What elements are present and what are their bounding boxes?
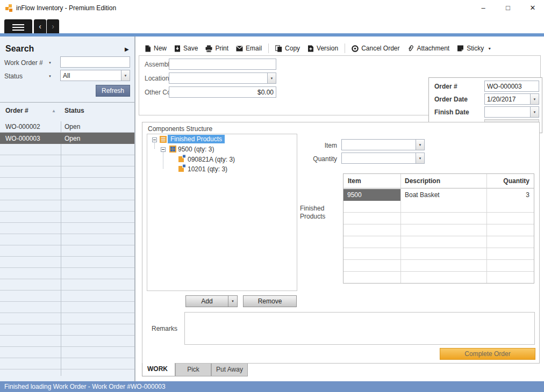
tree-connector	[163, 151, 163, 169]
work-order-number-filter-input[interactable]	[60, 56, 130, 68]
tab-work[interactable]: WORK	[142, 363, 175, 376]
list-header-order[interactable]: Order #	[5, 107, 28, 114]
column-header-description[interactable]: Description	[400, 177, 486, 185]
tree-node-finished-products[interactable]: Finished Products	[168, 135, 225, 143]
remarks-textarea[interactable]	[184, 312, 535, 345]
filter-caret-icon[interactable]: ▼	[48, 61, 52, 64]
order-number-cell: WO-000003	[0, 135, 61, 142]
component-item-icon	[178, 155, 186, 162]
tab-pick[interactable]: Pick	[175, 364, 211, 376]
collapse-panel-icon[interactable]: ▶	[125, 46, 129, 52]
save-icon	[174, 45, 181, 52]
version-button[interactable]: Version	[304, 43, 342, 54]
forward-button[interactable]: ›	[47, 19, 59, 33]
tree-connector	[154, 141, 155, 149]
search-panel-title: Search	[5, 44, 34, 54]
tab-put-away[interactable]: Put Away	[211, 364, 248, 376]
status-filter-label: Status	[4, 72, 23, 80]
attachment-button[interactable]: Attachment	[404, 43, 454, 54]
window-titlebar: inFlow Inventory - Premium Edition – □ ✕	[0, 0, 544, 16]
email-button[interactable]: Email	[232, 43, 266, 54]
order-status-cell: Open	[61, 123, 80, 130]
finished-products-node-icon	[160, 136, 167, 143]
list-header-status[interactable]: Status	[65, 107, 84, 114]
quantity-picker-select[interactable]: ▼	[341, 153, 425, 164]
status-filter-value: All	[61, 72, 121, 79]
order-number-cell: WO-000002	[0, 123, 61, 130]
minimize-button[interactable]: –	[475, 2, 492, 14]
item-cell-selected[interactable]: 9500	[343, 189, 400, 201]
tree-collapse-toggle[interactable]	[161, 147, 166, 152]
order-date-select[interactable]: 1/20/2017 ▼	[484, 93, 539, 105]
item-picker-select[interactable]: ▼	[341, 139, 425, 150]
order-list-row[interactable]: WO-000002 Open	[0, 121, 134, 133]
finish-date-select[interactable]: ▼	[484, 106, 539, 118]
component-item-icon	[178, 164, 186, 172]
order-date-value: 1/20/2017	[485, 96, 530, 103]
print-button[interactable]: Print	[202, 43, 232, 54]
sticky-note-icon	[457, 45, 464, 52]
close-button[interactable]: ✕	[524, 2, 541, 14]
item-picker-label: Item	[298, 142, 337, 149]
location-label: Location	[145, 75, 169, 82]
other-costs-input[interactable]	[169, 86, 276, 98]
main-content: New Save Print Email Copy Version Cancel…	[135, 37, 544, 381]
order-number-input[interactable]	[484, 81, 539, 92]
description-cell[interactable]: Boat Basket	[400, 191, 486, 199]
column-header-quantity[interactable]: Quantity	[486, 177, 534, 185]
toolbar-separator	[345, 43, 345, 53]
tree-collapse-toggle[interactable]	[152, 137, 157, 142]
order-list	[0, 121, 134, 379]
components-section: Components Structure Finished Products 9…	[142, 122, 540, 364]
dropdown-caret-icon[interactable]: ▼	[416, 153, 424, 163]
quantity-cell[interactable]: 3	[486, 191, 534, 199]
tree-node-item[interactable]: 9500 (qty: 3)	[178, 146, 214, 153]
maximize-button[interactable]: □	[499, 2, 517, 14]
tree-node-component[interactable]: 10201 (qty: 3)	[188, 165, 227, 173]
finished-products-table-label: Finished Products	[300, 205, 336, 221]
cancel-order-button[interactable]: Cancel Order	[348, 43, 403, 54]
copy-icon	[275, 45, 282, 52]
back-button[interactable]: ‹	[34, 19, 46, 33]
sticky-caret-icon: ▼	[488, 47, 491, 50]
tree-node-component[interactable]: 090821A (qty: 3)	[188, 156, 235, 163]
components-tree: Finished Products 9500 (qty: 3) 090821A …	[147, 134, 297, 291]
table-row[interactable]: 9500 Boat Basket 3	[343, 189, 534, 201]
toolbar-separator	[268, 43, 269, 53]
add-dropdown-button[interactable]: ▼	[228, 295, 238, 307]
empty-table-rows	[343, 201, 534, 283]
remove-button[interactable]: Remove	[243, 295, 297, 307]
cancel-order-icon	[352, 45, 359, 52]
app-logo-icon	[5, 4, 13, 12]
order-list-row-selected[interactable]: WO-000003 Open	[0, 133, 134, 144]
filter-caret-icon[interactable]: ▼	[48, 75, 52, 78]
dropdown-caret-icon[interactable]: ▼	[416, 140, 424, 150]
order-date-label: Order Date	[434, 96, 468, 103]
components-structure-label: Components Structure	[148, 125, 212, 133]
dropdown-caret-icon[interactable]: ▼	[121, 70, 130, 81]
search-sidebar: Search ▶ Work Order # ▼ Status ▼ All ▼ R…	[0, 37, 135, 381]
refresh-button[interactable]: Refresh	[96, 85, 130, 97]
hamburger-icon	[12, 23, 24, 32]
toolbar: New Save Print Email Copy Version Cancel…	[141, 42, 495, 55]
new-button[interactable]: New	[141, 43, 170, 54]
column-header-item[interactable]: Item	[343, 177, 400, 185]
copy-button[interactable]: Copy	[271, 43, 304, 54]
work-order-number-filter-label: Work Order #	[4, 59, 43, 67]
main-menu-button[interactable]	[4, 19, 32, 33]
status-filter-select[interactable]: All ▼	[60, 70, 130, 81]
finished-products-table-header: Item Description Quantity	[343, 174, 534, 188]
location-select[interactable]: ▼	[169, 72, 276, 84]
add-button[interactable]: Add	[185, 295, 228, 307]
complete-order-button[interactable]: Complete Order	[440, 348, 535, 360]
sticky-button[interactable]: Sticky ▼	[453, 43, 495, 54]
remarks-label: Remarks	[152, 325, 177, 332]
finished-products-table: Item Description Quantity 9500 Boat Bask…	[343, 173, 534, 284]
dropdown-caret-icon[interactable]: ▼	[530, 94, 539, 104]
dropdown-caret-icon[interactable]: ▼	[267, 73, 276, 83]
version-icon	[307, 45, 314, 52]
sort-asc-icon[interactable]: ▲	[52, 108, 56, 113]
dropdown-caret-icon[interactable]: ▼	[530, 107, 539, 117]
assembled-by-input[interactable]	[169, 59, 276, 70]
save-button[interactable]: Save	[170, 43, 202, 54]
